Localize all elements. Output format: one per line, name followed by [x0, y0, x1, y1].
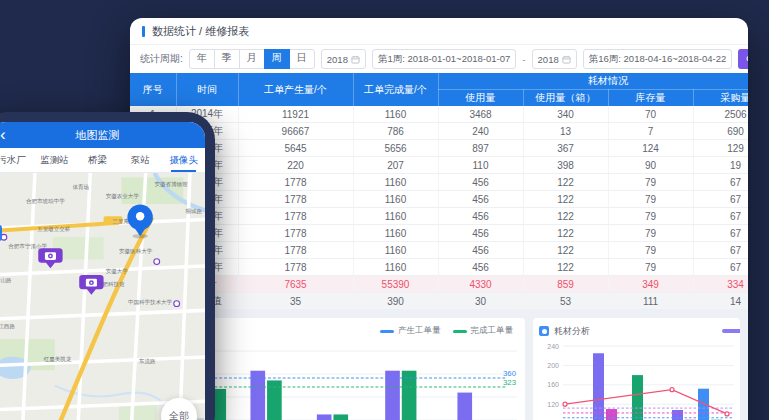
table-row: 72020年177811604561227967: [130, 208, 748, 225]
table-cell: 110: [438, 157, 523, 174]
breadcrumb-bar: 数据统计 / 维修报表: [130, 18, 748, 45]
table-row: 102023年177811604561227967: [130, 259, 748, 276]
map-label: 中国科学技术大学: [128, 299, 173, 306]
table-cell: 67: [693, 225, 748, 242]
table-cell: 367: [523, 140, 608, 157]
phone-header: ‹ 地图监测: [0, 122, 205, 148]
table-row: 52018年177811604561227967: [130, 174, 748, 191]
tab-桥梁[interactable]: 桥梁: [76, 148, 119, 172]
table-cell: 70: [608, 106, 693, 123]
table-cell: 124: [608, 140, 693, 157]
col-subheader: 使用量: [438, 90, 523, 107]
table-cell: 1778: [238, 191, 353, 208]
table-cell: 207: [353, 157, 438, 174]
period-option-年[interactable]: 年: [189, 49, 215, 69]
table-cell: 122: [523, 259, 608, 276]
map-label: 体育场: [73, 184, 90, 191]
table-cell: 53: [523, 293, 608, 310]
map-label: 安徽农业大学: [106, 193, 140, 200]
table-cell: 456: [438, 242, 523, 259]
map-label: 安徽医科大学: [119, 248, 153, 255]
table-cell: 122: [523, 242, 608, 259]
table-cell: 897: [438, 140, 523, 157]
table-cell: 67: [693, 191, 748, 208]
poi-marker-icon[interactable]: [174, 301, 180, 307]
col-header-seq: 序号: [130, 73, 176, 106]
week-range-to[interactable]: 第16周: 2018-04-16~2018-04-22: [583, 49, 733, 69]
range-separator: -: [522, 54, 525, 65]
year-select-to[interactable]: 2018: [532, 49, 577, 69]
table-cell: 1160: [353, 208, 438, 225]
table-cell: 456: [438, 208, 523, 225]
legend-item: 产生工单量: [380, 325, 441, 337]
table-cell: 1160: [353, 174, 438, 191]
period-option-月[interactable]: 月: [239, 49, 265, 69]
table-row: 12014年1192111603468340702506: [130, 106, 748, 123]
desktop-window: 数据统计 / 维修报表 统计周期: 年季月周日 2018 第1周: 2018-0…: [130, 18, 748, 420]
table-cell: 67: [693, 174, 748, 191]
map-label: 合肥市琥珀中学: [26, 198, 65, 205]
map-container[interactable]: 体育场安徽农业大学合肥市琥珀中学安徽省博物馆桐城路五里墩立交桥三里庵合肥市宁溪小…: [0, 173, 205, 420]
map-label: 安徽大学: [106, 268, 129, 275]
phone-tab-bar: 污水厂监测站桥梁泵站摄像头: [0, 148, 205, 173]
map-label: 桐城路: [185, 208, 203, 215]
period-option-季[interactable]: 季: [214, 49, 240, 69]
table-cell: 398: [523, 157, 608, 174]
breadcrumb-accent: [142, 26, 145, 37]
map-canvas: 体育场安徽农业大学合肥市琥珀中学安徽省博物馆桐城路五里墩立交桥三里庵合肥市宁溪小…: [0, 173, 205, 420]
table-cell: 240: [438, 123, 523, 140]
map-expand-button[interactable]: ›: [0, 225, 2, 241]
table-row: 32016年56455656897367124129: [130, 140, 748, 157]
tab-污水厂[interactable]: 污水厂: [0, 148, 33, 172]
search-button[interactable]: 查询: [738, 49, 748, 69]
map-label: 五里墩立交桥: [37, 226, 71, 233]
table-cell: 349: [608, 276, 693, 293]
filter-toolbar: 统计周期: 年季月周日 2018 第1周: 2018-01-01~2018-01…: [130, 45, 748, 73]
tab-泵站[interactable]: 泵站: [119, 148, 162, 172]
svg-text:120: 120: [547, 401, 559, 408]
table-cell: 79: [608, 242, 693, 259]
year-from-value: 2018: [327, 54, 348, 65]
consumable-bar-line-chart: 2402001601208040: [539, 339, 734, 420]
tab-摄像头[interactable]: 摄像头: [162, 148, 205, 172]
table-cell: 79: [608, 191, 693, 208]
table-cell: 7635: [238, 276, 353, 293]
table-cell: 7: [608, 123, 693, 140]
tab-监测站[interactable]: 监测站: [33, 148, 76, 172]
table-cell: 11921: [238, 106, 353, 123]
table-row: 42017年2202071103989019: [130, 157, 748, 174]
table-cell: 2506: [693, 106, 748, 123]
table-cell: 30: [438, 293, 523, 310]
table-cell: 122: [523, 225, 608, 242]
map-label: 黄山路: [0, 277, 12, 283]
map-label: 三里庵: [112, 218, 129, 225]
table-cell: 1160: [353, 242, 438, 259]
svg-text:323: 323: [503, 378, 517, 387]
table-cell: 220: [238, 157, 353, 174]
col-subheader: 使用量（箱）: [523, 90, 608, 107]
phone-device: ‹ 地图监测 污水厂监测站桥梁泵站摄像头: [0, 112, 215, 420]
year-select-from[interactable]: 2018: [321, 49, 366, 69]
period-option-周[interactable]: 周: [264, 49, 290, 69]
table-cell: 55390: [353, 276, 438, 293]
col-header-time: 时间: [176, 73, 238, 106]
table-cell: 79: [608, 208, 693, 225]
table-cell: 390: [353, 293, 438, 310]
table-cell: 90: [608, 157, 693, 174]
table-cell: 3468: [438, 106, 523, 123]
week-range-from[interactable]: 第1周: 2018-01-01~2018-01-07: [372, 49, 516, 69]
table-cell: 1778: [238, 259, 353, 276]
map-label: 东流路: [138, 358, 156, 365]
legend-label: 产生工单量: [398, 325, 441, 337]
table-cell: 67: [693, 259, 748, 276]
back-chevron-icon[interactable]: ‹: [0, 123, 6, 147]
table-row: 22015年96667786240137690: [130, 123, 748, 140]
map-label: 安徽省博物馆: [155, 181, 189, 188]
report-table: 序号 时间 工单产生量/个 工单完成量/个 耗材情况 使用量使用量（箱）库存量采…: [130, 73, 748, 310]
table-cell: 122: [523, 174, 608, 191]
table-cell: 79: [608, 225, 693, 242]
period-option-日[interactable]: 日: [289, 49, 315, 69]
table-cell: 1160: [353, 106, 438, 123]
poi-marker-icon[interactable]: [154, 259, 160, 265]
map-label: 红星美凯龙: [44, 356, 72, 363]
